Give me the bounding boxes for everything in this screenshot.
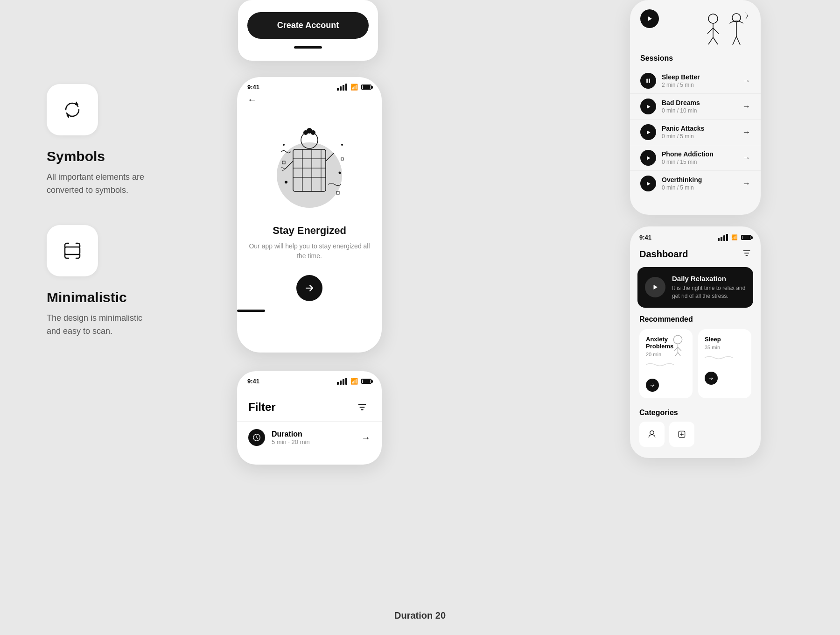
daily-relaxation-card[interactable]: Daily Relaxation It is the right time to… xyxy=(637,267,753,308)
session-info: Panic Attacks 0 min / 5 min xyxy=(662,125,736,140)
category-icon-2 xyxy=(677,430,686,439)
session-time: 0 min / 10 min xyxy=(662,107,736,114)
svg-marker-37 xyxy=(647,105,651,108)
daily-subtitle: It is the right time to relax and get ri… xyxy=(672,284,746,300)
session-info: Bad Dreams 0 min / 10 min xyxy=(662,99,736,114)
svg-line-12 xyxy=(285,161,293,169)
minimalistic-icon-box xyxy=(47,225,98,276)
session-arrow[interactable]: → xyxy=(742,153,750,163)
dashboard-title: Dashboard xyxy=(639,249,688,260)
filter-status-time: 9:41 xyxy=(247,378,259,385)
battery-icon xyxy=(361,85,371,90)
play-icon xyxy=(646,104,651,109)
rec-card-button[interactable] xyxy=(705,372,718,385)
session-item-sleep-better[interactable]: Sleep Better 2 min / 5 min → xyxy=(630,68,761,94)
category-item-1[interactable] xyxy=(639,422,665,447)
dashboard-header: Dashboard xyxy=(630,245,761,267)
energized-illustration xyxy=(272,117,347,210)
phone-home-bar xyxy=(237,310,265,312)
svg-rect-22 xyxy=(336,191,339,194)
svg-marker-38 xyxy=(647,130,651,134)
duration-arrow[interactable]: → xyxy=(361,432,371,443)
recommended-cards: Anxiety Problems 20 min xyxy=(639,329,751,398)
session-name: Sleep Better xyxy=(662,73,736,81)
svg-rect-20 xyxy=(282,161,285,164)
clock-icon xyxy=(248,429,265,446)
wifi-icon: 📶 xyxy=(350,84,358,91)
session-arrow[interactable]: → xyxy=(742,179,750,189)
play-button[interactable] xyxy=(640,99,656,114)
rec-card-sleep[interactable]: Sleep 35 min xyxy=(698,329,751,398)
duration-row[interactable]: Duration 5 min · 20 min → xyxy=(237,421,382,453)
phone-subtext: Our app will help you to stay energized … xyxy=(247,241,371,261)
session-time: 0 min / 15 min xyxy=(662,159,736,165)
daily-info: Daily Relaxation It is the right time to… xyxy=(672,275,746,300)
session-arrow[interactable]: → xyxy=(742,127,750,137)
svg-marker-40 xyxy=(647,182,651,185)
svg-line-30 xyxy=(713,37,718,44)
sessions-label: Sessions xyxy=(630,54,761,68)
rec-card-title: Sleep xyxy=(705,336,745,343)
duration-range: 5 min · 20 min xyxy=(272,438,310,445)
filter-icon-button[interactable] xyxy=(354,399,371,416)
arrow-right-icon xyxy=(650,383,655,388)
svg-line-46 xyxy=(675,352,678,355)
play-button[interactable] xyxy=(640,150,656,166)
play-button[interactable] xyxy=(640,124,656,140)
session-item-panic-attacks[interactable]: Panic Attacks 0 min / 5 min → xyxy=(630,120,761,145)
play-icon xyxy=(652,284,658,290)
arrow-right-icon xyxy=(304,283,315,293)
rec-card-button[interactable] xyxy=(646,379,659,392)
svg-line-28 xyxy=(713,28,719,34)
symbols-desc: All important elements areconverted to s… xyxy=(47,171,196,197)
back-arrow[interactable]: ← xyxy=(237,94,382,110)
session-name: Phone Addiction xyxy=(662,150,736,158)
category-item-2[interactable] xyxy=(669,422,694,447)
session-name: Panic Attacks xyxy=(662,125,736,132)
svg-rect-21 xyxy=(341,158,343,160)
wifi-icon: 📶 xyxy=(731,234,738,240)
left-panel: Symbols All important elements areconver… xyxy=(47,84,196,366)
session-time: 0 min / 5 min xyxy=(662,184,736,191)
session-info: Overthinking 0 min / 5 min xyxy=(662,176,736,191)
session-item-bad-dreams[interactable]: Bad Dreams 0 min / 10 min → xyxy=(630,94,761,120)
svg-point-42 xyxy=(673,335,682,344)
recommended-section: Recommended Anxiety Problems 20 min xyxy=(630,308,761,402)
r1-top xyxy=(630,0,761,54)
session-item-phone-addiction[interactable]: Phone Addiction 0 min / 15 min → xyxy=(630,145,761,171)
filter-status-bar: 9:41 📶 xyxy=(237,371,382,388)
battery-icon xyxy=(741,235,751,240)
session-item-overthinking[interactable]: Overthinking 0 min / 5 min → xyxy=(630,171,761,196)
daily-title: Daily Relaxation xyxy=(672,275,746,282)
svg-line-33 xyxy=(733,36,736,45)
svg-line-44 xyxy=(674,347,678,350)
card-illustration xyxy=(665,331,691,357)
rec-card-anxiety[interactable]: Anxiety Problems 20 min xyxy=(639,329,693,398)
duration-left: Duration 5 min · 20 min xyxy=(248,429,310,446)
pause-button[interactable] xyxy=(640,73,656,89)
battery-icon xyxy=(361,379,371,384)
header-illustration xyxy=(694,9,750,47)
svg-line-29 xyxy=(708,37,713,44)
svg-point-11 xyxy=(311,130,315,135)
phone-sessions: Sessions Sleep Better 2 min / 5 min → Ba… xyxy=(630,0,761,215)
session-info: Phone Addiction 0 min / 15 min xyxy=(662,150,736,165)
illustration-area xyxy=(237,110,382,217)
signal-bars xyxy=(337,378,347,385)
play-button-top[interactable] xyxy=(640,9,659,28)
play-button[interactable] xyxy=(640,176,656,191)
session-time: 0 min / 5 min xyxy=(662,133,736,140)
create-account-button[interactable]: Create Account xyxy=(247,12,369,39)
session-arrow[interactable]: → xyxy=(742,76,750,86)
svg-marker-24 xyxy=(648,16,652,21)
scan-icon xyxy=(62,240,83,261)
session-arrow[interactable]: → xyxy=(742,102,750,112)
next-button[interactable] xyxy=(296,275,322,301)
svg-point-19 xyxy=(341,144,343,146)
filter-button[interactable] xyxy=(742,248,751,260)
phone-heading: Stay Energized xyxy=(247,225,371,237)
category-items xyxy=(639,422,751,447)
recommended-title: Recommended xyxy=(639,315,751,324)
status-icons-filter: 📶 xyxy=(337,378,371,385)
daily-play-button[interactable] xyxy=(645,277,665,297)
